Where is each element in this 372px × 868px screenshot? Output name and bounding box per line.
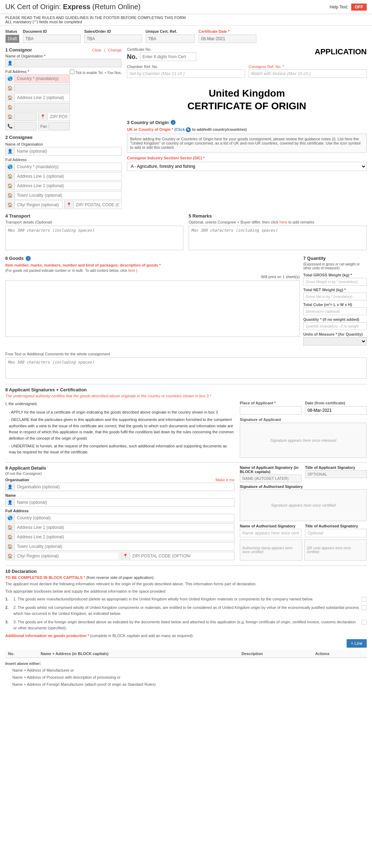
city-input[interactable] xyxy=(15,113,36,121)
net-weight-input[interactable] xyxy=(303,293,367,300)
no-label: No. xyxy=(127,53,137,61)
consignee-town-input[interactable] xyxy=(15,191,121,199)
home-icon5: 🏠 xyxy=(6,173,15,180)
sales-order-input[interactable] xyxy=(84,35,142,43)
col-name: Name + Address (in BLOCK capitals) xyxy=(38,650,239,658)
cert-no-input[interactable] xyxy=(140,53,196,61)
unique-cert-input[interactable] xyxy=(146,35,195,43)
address2-input[interactable] xyxy=(15,94,69,102)
info-icon-s3[interactable]: i xyxy=(171,120,176,125)
sig-left: I, the undersigned, - APPLY for the issu… xyxy=(5,401,234,458)
town9-input[interactable] xyxy=(15,543,234,550)
sig-applicant-label: Signature of Applicant xyxy=(240,417,367,422)
clear-link[interactable]: Clear xyxy=(92,48,101,52)
town-input[interactable] xyxy=(15,103,69,111)
consignee-addr1-input[interactable] xyxy=(15,172,121,180)
section-applicant-details: 9 Applicant Details (If not the Consigno… xyxy=(5,465,367,561)
address1-input[interactable] xyxy=(15,84,69,92)
home-icon9: 🏠 xyxy=(6,524,15,531)
country9-input[interactable] xyxy=(15,514,234,522)
date-input[interactable] xyxy=(305,406,367,415)
place-date-row: Place of Applicant * Date (from certific… xyxy=(240,401,367,415)
consignee-addr2-input[interactable] xyxy=(15,182,121,190)
tel-fax-checkbox[interactable] xyxy=(70,69,74,74)
section6-title: 6 Goods xyxy=(5,256,24,261)
transport-textarea[interactable] xyxy=(5,226,183,250)
document-id-input[interactable] xyxy=(23,35,81,43)
decl-checkbox3[interactable] xyxy=(362,620,367,625)
home-icon3: 🏠 xyxy=(6,104,15,111)
decl-checkbox2[interactable] xyxy=(362,605,367,610)
location-icon2: 📍 xyxy=(65,201,74,208)
help-text-toggle[interactable]: OFF xyxy=(351,4,367,11)
consignor-ref-input[interactable] xyxy=(249,69,367,78)
goods-note: (For goods not packed indicate number or… xyxy=(5,269,300,273)
cert-date-input[interactable] xyxy=(199,35,256,43)
sic-select[interactable]: A - Agriculture, forestry and fishing xyxy=(127,162,367,171)
change-link[interactable]: Change xyxy=(108,48,122,52)
free-text-textarea[interactable] xyxy=(5,357,367,379)
consignee-zip-input[interactable] xyxy=(74,201,121,209)
auth-name-input[interactable] xyxy=(240,529,301,537)
consignee-country-input[interactable] xyxy=(15,163,121,171)
remarks-textarea[interactable] xyxy=(189,226,367,250)
consignee-city: 🏠 xyxy=(5,201,63,209)
phone-icon: 📞 xyxy=(6,123,15,130)
home-icon8: 🏠 xyxy=(6,201,15,208)
home-icon12: 🏠 xyxy=(6,552,15,560)
zip9-input[interactable] xyxy=(130,552,234,560)
signatory-name-input[interactable] xyxy=(240,475,301,482)
info-icon-s6[interactable]: i xyxy=(26,256,31,261)
globe-icon: 🌎 xyxy=(6,75,15,82)
goods-here-link[interactable]: here xyxy=(128,269,135,273)
place-input[interactable] xyxy=(240,406,301,415)
quantity-input[interactable] xyxy=(303,322,367,330)
org-input-row: 👤 xyxy=(5,59,122,67)
uom-select[interactable] xyxy=(303,337,367,346)
col-desc: Description xyxy=(239,650,312,658)
section9-subtitle: (If not the Consignor) xyxy=(5,471,234,476)
help-text-label: Help Text: xyxy=(330,5,348,10)
edit-icon[interactable]: ✎ xyxy=(186,127,191,132)
auth-title-input[interactable] xyxy=(305,529,367,537)
auth-sig-label: Signature of Authorised Signatory xyxy=(240,484,367,489)
goods-item-label: Item number, marks, numbers, number and … xyxy=(5,263,300,267)
add-line-button[interactable]: + Line xyxy=(347,639,367,648)
signatory-title-input[interactable] xyxy=(305,470,367,478)
remarks-label: Optional, unless Consignee + Buyer diffe… xyxy=(189,220,367,224)
consignor-ref-field: Consignor Ref. No. * xyxy=(249,65,367,78)
consignee-zip: 📍 xyxy=(64,201,122,209)
section-country-origin: 3 Country of Origin i UK or Country of O… xyxy=(127,120,367,171)
addr9-2-input[interactable] xyxy=(15,533,234,541)
country-input[interactable] xyxy=(15,75,69,82)
print-note-row: Will print on 1 sheet(s) xyxy=(5,275,300,279)
signatory-name-label: Name of Applicant Signatory (in BLOCK ca… xyxy=(240,465,301,474)
chamber-ref-input[interactable] xyxy=(127,69,245,78)
gross-weight-input[interactable] xyxy=(303,278,367,286)
consignee-country: 🌎 xyxy=(5,163,122,171)
zip-input[interactable] xyxy=(48,113,69,121)
net-weight-label: Total NET Weight (kg) * xyxy=(303,288,367,292)
city9-zip9-row: 🏠 📍 xyxy=(5,552,234,560)
goods-textarea[interactable] xyxy=(5,280,300,337)
cert-date-field: Certificate Date * xyxy=(199,29,256,43)
fax-input[interactable] xyxy=(49,122,69,130)
decl-checkbox1[interactable] xyxy=(362,597,367,602)
phone-input[interactable] xyxy=(15,122,36,130)
document-id-field: Document ID xyxy=(23,29,81,43)
warning-line2: ALL mandatory ('*') fields must be compl… xyxy=(5,20,367,24)
addr9-1-input[interactable] xyxy=(15,524,234,531)
name9-input[interactable] xyxy=(15,499,234,506)
city9-input[interactable] xyxy=(15,552,119,560)
decl-item3: 3. 3. The goods are of the foreign origi… xyxy=(5,619,367,631)
org9-input[interactable] xyxy=(15,483,234,491)
home-icon7: 🏠 xyxy=(6,192,15,199)
make-it-me[interactable]: Make it me xyxy=(215,478,234,482)
remarks-link[interactable]: here xyxy=(280,220,287,224)
clear-change-links: Clear | Change xyxy=(92,48,122,52)
org-name-input[interactable] xyxy=(15,59,121,67)
cube-input[interactable] xyxy=(303,307,367,315)
consignee-city-input[interactable] xyxy=(15,201,62,209)
status-value: Draft xyxy=(5,35,19,43)
consignee-org-input[interactable] xyxy=(15,147,121,155)
